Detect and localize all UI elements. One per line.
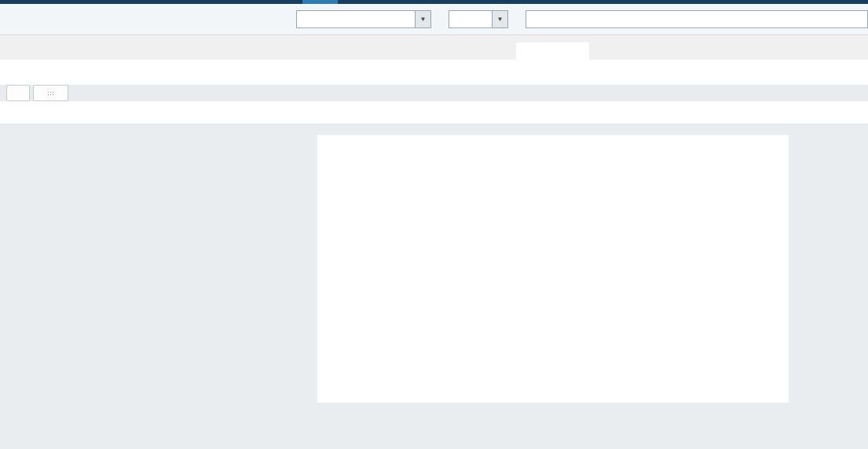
group-select[interactable]: ▼ bbox=[296, 10, 431, 28]
host-select-value bbox=[449, 11, 492, 27]
time-scrollbar-track[interactable] bbox=[0, 85, 868, 101]
zoom-row bbox=[2, 68, 7, 79]
time-control-zone bbox=[0, 60, 868, 123]
header-bar: ▼ ▼ bbox=[0, 4, 868, 35]
chevron-down-icon[interactable]: ▼ bbox=[415, 11, 430, 27]
group-select-value bbox=[297, 11, 415, 27]
host-select[interactable]: ▼ bbox=[449, 10, 508, 28]
filter-band bbox=[0, 35, 868, 60]
chevron-down-icon[interactable]: ▼ bbox=[492, 11, 507, 27]
header-filter-controls: ▼ ▼ bbox=[291, 4, 868, 35]
graph-search-input[interactable] bbox=[526, 10, 868, 28]
graph-background bbox=[0, 123, 868, 449]
chart-panel bbox=[317, 135, 789, 403]
grip-dots-icon bbox=[47, 91, 54, 96]
scrollbar-slider-handle[interactable] bbox=[33, 85, 68, 101]
filter-tab[interactable] bbox=[516, 42, 589, 60]
scrollbar-left-button[interactable] bbox=[6, 85, 30, 101]
pie-chart bbox=[317, 135, 789, 403]
